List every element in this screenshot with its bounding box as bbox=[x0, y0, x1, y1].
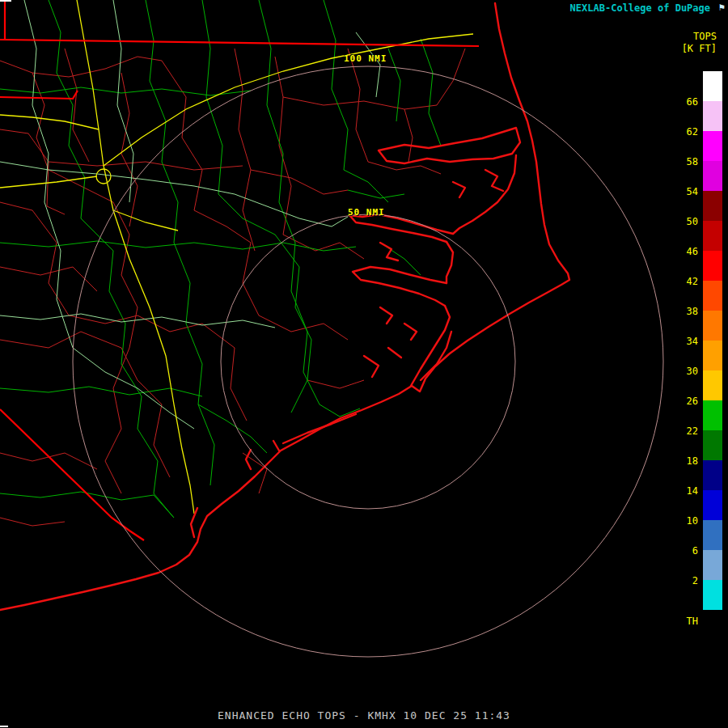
scale-segment bbox=[703, 580, 722, 610]
scale-label: 34 bbox=[687, 336, 698, 347]
scale-swatch bbox=[703, 131, 722, 161]
scale-label: 22 bbox=[687, 425, 698, 437]
scale-segment: 14 bbox=[703, 460, 722, 490]
scale-label: 38 bbox=[687, 306, 698, 317]
scale-swatch bbox=[703, 311, 722, 341]
scale-segment: 62 bbox=[703, 101, 722, 131]
scale-swatch bbox=[703, 490, 722, 520]
scale-swatch bbox=[703, 550, 722, 580]
ring-label-50nmi: 50 NMI bbox=[348, 207, 385, 218]
product-units: [K FT] bbox=[682, 43, 717, 55]
bogue-sound-inner bbox=[283, 414, 356, 443]
scale-segment: 38 bbox=[703, 281, 722, 311]
scale-swatch bbox=[703, 460, 722, 490]
scale-label: 30 bbox=[687, 366, 698, 377]
product-title: TOPS bbox=[682, 31, 717, 43]
green-road-lines bbox=[0, 0, 441, 518]
outer-banks-and-south-coast bbox=[0, 3, 569, 610]
scale-segment: 66 bbox=[703, 71, 722, 101]
nc-sc-border bbox=[0, 409, 144, 540]
scale-label: 2 bbox=[692, 575, 698, 586]
scale-label: 26 bbox=[687, 396, 698, 407]
scale-swatch bbox=[703, 610, 722, 631]
scale-label: 42 bbox=[687, 276, 698, 287]
product-caption: ENHANCED ECHO TOPS - KMHX 10 DEC 25 11:4… bbox=[0, 709, 728, 722]
scale-segment: 54 bbox=[703, 161, 722, 191]
mainland-east-shore bbox=[453, 155, 516, 234]
city-beltway-ring bbox=[96, 169, 111, 184]
scale-segment: 26 bbox=[703, 370, 722, 400]
scale-label: 6 bbox=[692, 545, 698, 557]
scale-label: TH bbox=[687, 616, 698, 627]
pamlico-neuse-shore bbox=[447, 242, 453, 283]
scale-swatch bbox=[703, 251, 722, 281]
scale-swatch bbox=[703, 430, 722, 460]
frame-ticks bbox=[0, 1, 11, 726]
scale-label: 18 bbox=[687, 455, 698, 467]
scale-segment: 34 bbox=[703, 311, 722, 341]
scale-label: 14 bbox=[687, 485, 698, 497]
scale-swatch bbox=[703, 520, 722, 550]
scale-swatch bbox=[703, 101, 722, 131]
scale-label: 46 bbox=[687, 246, 698, 257]
range-rings bbox=[73, 66, 663, 657]
scale-swatch bbox=[703, 71, 722, 101]
scale-label: 62 bbox=[687, 126, 698, 138]
scale-label: 58 bbox=[687, 156, 698, 167]
scale-label: 50 bbox=[687, 216, 698, 227]
brand-text: NEXLAB-College of DuPage bbox=[570, 2, 710, 14]
scale-segment: 42 bbox=[703, 251, 722, 281]
scale-swatch bbox=[703, 281, 722, 311]
scale-segment: 18 bbox=[703, 430, 722, 460]
scale-swatch bbox=[703, 400, 722, 430]
ring-label-100nmi: 100 NMI bbox=[344, 53, 387, 64]
scale-swatch bbox=[703, 191, 722, 221]
scale-swatch bbox=[703, 580, 722, 610]
albemarle-sound bbox=[379, 128, 520, 163]
scale-swatch bbox=[703, 221, 722, 251]
scale-swatch bbox=[703, 341, 722, 370]
scale-segment: 30 bbox=[703, 341, 722, 370]
scale-segment: TH bbox=[703, 610, 722, 631]
scale-segment: 6 bbox=[703, 520, 722, 550]
scale-segment: 10 bbox=[703, 490, 722, 520]
neuse-river bbox=[353, 267, 447, 306]
pale-road-lines bbox=[0, 0, 380, 429]
scale-swatch bbox=[703, 370, 722, 400]
radar-map bbox=[0, 0, 728, 728]
color-scale-segments: 66625854504642383430262218141062TH bbox=[703, 71, 722, 631]
coastline bbox=[0, 3, 569, 610]
scale-label: 10 bbox=[687, 515, 698, 527]
range-ring-100nmi bbox=[73, 66, 663, 657]
scale-segment: 50 bbox=[703, 191, 722, 221]
scale-segment: 58 bbox=[703, 131, 722, 161]
highway-lines bbox=[0, 0, 473, 514]
radar-screen: NEXLAB-College of DuPage ⚑ TOPS [K FT] 1… bbox=[0, 0, 728, 728]
scale-segment: 46 bbox=[703, 221, 722, 251]
range-ring-50nmi bbox=[221, 214, 515, 509]
product-block: TOPS [K FT] bbox=[682, 31, 717, 55]
flag-icon: ⚑ bbox=[719, 2, 725, 13]
scale-label: 66 bbox=[687, 96, 698, 108]
new-river-inlet bbox=[246, 450, 251, 469]
scale-segment: 22 bbox=[703, 400, 722, 430]
scale-label: 54 bbox=[687, 186, 698, 197]
scale-swatch bbox=[703, 161, 722, 191]
scale-segment: 2 bbox=[703, 550, 722, 580]
state-border-lines bbox=[0, 0, 479, 540]
